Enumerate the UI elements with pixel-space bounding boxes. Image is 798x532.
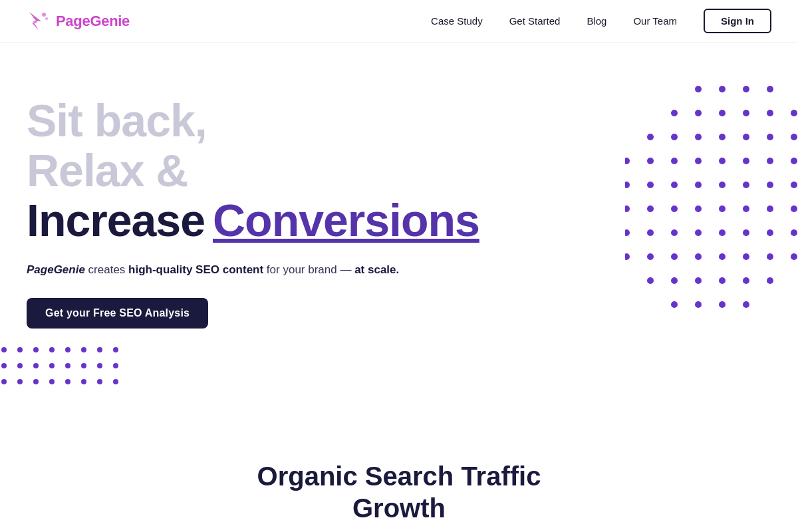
svg-point-29: [647, 182, 654, 188]
svg-point-78: [1, 363, 7, 368]
svg-point-28: [625, 182, 630, 188]
svg-point-74: [65, 347, 70, 352]
hero-bold1: high-quality SEO content: [128, 263, 263, 276]
svg-point-17: [743, 134, 749, 140]
svg-point-31: [695, 182, 702, 188]
svg-point-66: [671, 301, 678, 308]
nav-links: Case Study Get Started Blog Our Team Sig…: [431, 9, 771, 33]
svg-point-44: [625, 229, 630, 236]
svg-point-67: [695, 301, 702, 308]
svg-point-88: [33, 379, 39, 384]
svg-point-65: [767, 277, 773, 284]
svg-point-6: [767, 86, 773, 92]
svg-point-19: [791, 134, 797, 140]
svg-point-86: [1, 379, 7, 384]
svg-point-32: [719, 182, 726, 188]
nav-our-team[interactable]: Our Team: [633, 15, 677, 27]
svg-point-58: [767, 253, 773, 260]
svg-point-43: [791, 205, 797, 212]
nav-case-study[interactable]: Case Study: [431, 15, 483, 27]
cta-button[interactable]: Get your Free SEO Analysis: [27, 298, 208, 329]
svg-point-54: [671, 253, 678, 260]
hero-bold2: at scale.: [354, 263, 399, 276]
svg-point-18: [767, 134, 773, 140]
svg-point-2: [45, 17, 48, 20]
svg-point-39: [695, 205, 702, 212]
nav-get-started[interactable]: Get Started: [509, 15, 561, 27]
svg-point-35: [791, 182, 797, 188]
svg-point-60: [647, 277, 654, 284]
hero-text2: for your brand —: [263, 263, 354, 276]
svg-point-49: [743, 229, 749, 236]
svg-marker-0: [29, 12, 41, 31]
svg-point-41: [743, 205, 749, 212]
svg-point-71: [17, 347, 23, 352]
svg-point-12: [791, 110, 797, 116]
svg-point-9: [719, 110, 726, 116]
svg-point-91: [81, 379, 86, 384]
hero-increase: Increase: [27, 196, 205, 245]
hero-line-1: Sit back,: [27, 96, 492, 146]
nav-blog[interactable]: Blog: [587, 15, 606, 27]
svg-point-55: [695, 253, 702, 260]
svg-point-70: [1, 347, 7, 352]
svg-point-82: [65, 363, 70, 368]
svg-point-72: [33, 347, 39, 352]
hero-section: Sit back, Relax & Increase Conversions P…: [0, 43, 798, 442]
bottom-title: Organic Search Traffic Growth: [257, 460, 541, 524]
svg-point-76: [97, 347, 102, 352]
svg-point-48: [719, 229, 726, 236]
logo-icon: [27, 9, 51, 33]
svg-point-84: [97, 363, 102, 368]
svg-point-30: [671, 182, 678, 188]
svg-point-81: [49, 363, 55, 368]
svg-point-85: [113, 363, 118, 368]
svg-point-40: [719, 205, 726, 212]
svg-point-27: [791, 158, 797, 164]
svg-point-10: [743, 110, 749, 116]
svg-point-15: [695, 134, 702, 140]
svg-point-24: [719, 158, 726, 164]
svg-point-51: [791, 229, 797, 236]
svg-point-13: [647, 134, 654, 140]
svg-point-93: [113, 379, 118, 384]
svg-point-75: [81, 347, 86, 352]
svg-point-11: [767, 110, 773, 116]
svg-point-7: [671, 110, 678, 116]
svg-point-56: [719, 253, 726, 260]
svg-point-3: [695, 86, 702, 92]
svg-point-57: [743, 253, 749, 260]
hero-text1: creates: [85, 263, 128, 276]
svg-point-61: [671, 277, 678, 284]
svg-point-4: [719, 86, 726, 92]
signin-button[interactable]: Sign In: [704, 9, 771, 33]
svg-point-26: [767, 158, 773, 164]
svg-point-69: [743, 301, 749, 308]
svg-point-36: [625, 205, 630, 212]
svg-point-50: [767, 229, 773, 236]
svg-point-47: [695, 229, 702, 236]
hero-conversions: Conversions: [213, 196, 479, 245]
svg-point-20: [625, 158, 630, 164]
svg-point-5: [743, 86, 749, 92]
hero-brand: PageGenie: [27, 263, 85, 276]
logo[interactable]: PageGenie: [27, 9, 130, 33]
navbar: PageGenie Case Study Get Started Blog Ou…: [0, 0, 798, 43]
hero-subtitle: PageGenie creates high-quality SEO conte…: [27, 261, 492, 279]
svg-point-59: [791, 253, 797, 260]
svg-point-87: [17, 379, 23, 384]
svg-point-21: [647, 158, 654, 164]
svg-point-63: [719, 277, 726, 284]
svg-point-34: [767, 182, 773, 188]
bottom-title-line2: Growth: [352, 493, 446, 523]
svg-point-73: [49, 347, 55, 352]
hero-line-3: Increase Conversions: [27, 196, 492, 245]
svg-point-80: [33, 363, 39, 368]
svg-point-16: [719, 134, 726, 140]
logo-text: PageGenie: [56, 13, 130, 30]
svg-point-22: [671, 158, 678, 164]
svg-point-53: [647, 253, 654, 260]
svg-point-23: [695, 158, 702, 164]
svg-point-77: [113, 347, 118, 352]
svg-point-68: [719, 301, 726, 308]
